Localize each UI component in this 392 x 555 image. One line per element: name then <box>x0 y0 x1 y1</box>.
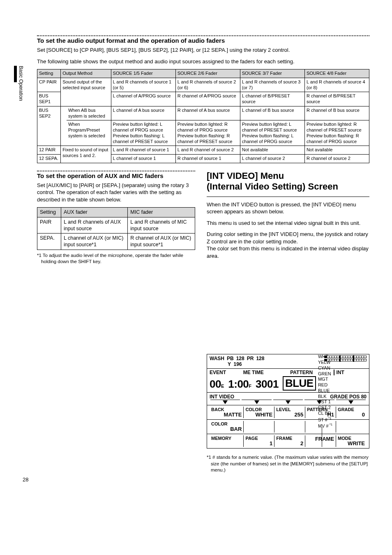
t1-r4-c3: Not available <box>240 146 304 155</box>
osd-cell: COLORBAR <box>210 421 243 432</box>
t1-r4-c4: Not available <box>304 146 369 155</box>
t1-r3-c3: L channel of B bus source <box>240 106 304 120</box>
section2-heading: To set the operation of AUX and MIC fade… <box>37 172 195 179</box>
t2-h1: Setting <box>37 208 61 217</box>
dotted-rule <box>37 35 369 36</box>
t1-r5-c4: R channel of source 2 <box>304 155 369 163</box>
t2-r2-m: R channel of AUX (or MIC) input source*1 <box>128 234 195 250</box>
t1-r3-c4: R channel of B bus source <box>304 106 369 120</box>
section3-title-line2: (Internal Video Setting) Screen <box>207 181 338 192</box>
osd-cell: GRADE0 <box>336 407 367 418</box>
t1-r5-c3: L channel of source 2 <box>240 155 304 163</box>
color-list-item: CST 1 <box>318 399 332 405</box>
t2-h2: AUX fader <box>61 208 128 217</box>
side-tab-marker <box>14 66 17 82</box>
section3-title-line1: [INT VIDEO] Menu <box>207 171 284 181</box>
color-list: WHTYELWCYANGRENMGTREDBLUEBLKCST 1CST 2CL… <box>318 354 332 429</box>
osd-cell: PAGE1 <box>243 435 274 447</box>
event-unit: E <box>221 384 224 388</box>
t2-r1-m: L and R channels of MIC input source <box>128 217 195 234</box>
osd-cell: MEMORY <box>210 435 243 447</box>
t1-r2-setting: BUS SEP1 <box>37 92 61 106</box>
t1-h-15: SOURCE 1/5 Fader <box>111 69 175 78</box>
t2-r1-s: PAIR <box>37 217 61 234</box>
t1-r4-out: Fixed to sound of input sources 1 and 2. <box>61 146 111 163</box>
section1-p1: Set [SOURCE] to [CP PAIR], [BUS SEP1], [… <box>37 46 369 54</box>
t2-h3: MIC fader <box>128 208 195 217</box>
t2-r2-s: SEPA. <box>37 234 61 250</box>
t1-r1-c2: L and R channels of source 2 (or 6) <box>175 78 240 92</box>
t2-r1-a: L and R channels of AUX input source <box>61 217 128 234</box>
osd-grid-row1: BACKMATTECOLORWHITELEVEL255PATTERNH1GRAD… <box>207 405 369 420</box>
section3-footnote: *1 # stands for a numeric value. (The ma… <box>207 454 369 474</box>
metime-label: ME TIME <box>243 370 290 375</box>
t1-r3-setting: BUS SEP2 <box>37 106 61 146</box>
t1-h-26: SOURCE 2/6 Fader <box>175 69 240 78</box>
color-list-item: GREN <box>318 371 332 377</box>
int-value: BLUE <box>283 376 316 391</box>
t1-h-37: SOURCE 3/7 Fader <box>240 69 304 78</box>
triangle-row <box>207 400 369 405</box>
section1-heading: To set the audio output format and the o… <box>37 37 369 44</box>
section3-p2: This menu is used to set the internal vi… <box>207 220 369 227</box>
t1-r4-c1: L and R channel of source 1 <box>111 146 175 155</box>
t1-h-output: Output Method <box>61 69 111 78</box>
t1-r3b-c3: Preview button lighted: L channel of PRE… <box>240 120 304 146</box>
osd-grid-row2: COLORBAR <box>207 420 369 434</box>
pattern-value: 3001 <box>256 378 279 391</box>
osd-cell: MODEWRITE <box>336 435 367 447</box>
t1-r3b-cond2: When Program/Preset system is selected <box>67 120 111 146</box>
pb-value: 128 <box>236 356 244 361</box>
pr-value: 128 <box>256 356 264 361</box>
gradepos-label: GRADE POS 80 <box>330 394 367 400</box>
osd-cell <box>243 421 274 432</box>
osd-cell: LEVEL255 <box>274 407 305 418</box>
section3-p1: When the INT VIDEO button is pressed, th… <box>207 201 369 215</box>
color-list-item: CL BR <box>318 411 332 416</box>
section1-p2: The following table shows the output met… <box>37 58 369 65</box>
t1-r2-c2: R channel of A/PROG source <box>175 92 240 106</box>
t1-r4-setting: 12 PAIR <box>37 146 61 155</box>
t2-r2-m-text: R channel of AUX (or MIC) input source*1 <box>130 235 191 247</box>
osd-cell: BACKMATTE <box>210 407 243 418</box>
section3-title: [INT VIDEO] Menu (Internal Video Setting… <box>207 171 369 192</box>
section3-rule <box>207 197 369 197</box>
dotted-rule-2 <box>37 171 195 171</box>
t1-r3b-c4: Preview button lighted: R channel of PRE… <box>304 120 369 146</box>
t1-r3-cond1: When AB bus system is selected <box>67 106 111 120</box>
color-list-item: YELW <box>318 360 332 365</box>
color-list-item: BLK <box>318 394 332 400</box>
t2-r2-a-text: L channel of AUX (or MIC) input source*1 <box>64 235 123 247</box>
t1-r1-c4: L and R channels of source 4 (or 8) <box>304 78 369 92</box>
t1-h-48: SOURCE 4/8 Fader <box>304 69 369 78</box>
color-list-item: CST 2 <box>318 405 332 411</box>
t1-r2-c3: L channel of B/PRESET source <box>240 92 304 106</box>
osd-cell <box>274 421 305 432</box>
t1-r1-c3: L and R channels of source 3 (or 7) <box>240 78 304 92</box>
osd-cell <box>336 421 367 432</box>
color-list-item: BLUE <box>318 388 332 394</box>
osd-diagram: WHTYELWCYANGRENMGTREDBLUEBLKCST 1CST 2CL… <box>207 354 369 449</box>
source-fader-table: Setting Output Method SOURCE 1/5 Fader S… <box>37 69 369 106</box>
page-number: 28 <box>23 476 28 483</box>
y-label: Y <box>228 361 231 367</box>
color-list-item: RED <box>318 382 332 388</box>
aux-mic-table: Setting AUX fader MIC fader PAIR L and R… <box>37 207 195 250</box>
t1-r2-c1: L channel of A/PROG source <box>111 92 175 106</box>
t1-h-setting: Setting <box>37 69 61 78</box>
t2-r2-a: L channel of AUX (or MIC) input source*1 <box>61 234 128 250</box>
t1-r5-c1: L channel of source 1 <box>111 155 175 163</box>
section2-footnote: *1 To adjust the audio level of the micr… <box>37 252 195 265</box>
osd-panel: WASH PB 128 PR 128 Y 196 <box>207 354 369 449</box>
t1-r3-c1: L channel of A bus source <box>111 106 175 120</box>
metime-value: 1:00 <box>228 378 249 390</box>
t1-r1-setting: CP PAIR <box>37 78 61 92</box>
t1-output-merged: Sound output of the selected input sourc… <box>61 78 111 106</box>
osd-cell: COLORWHITE <box>243 407 274 418</box>
side-tab-label: Basic Operation <box>18 66 24 101</box>
osd-grid-row3: MEMORYPAGE1FRAME2FRAMEMODEWRITE <box>207 434 369 448</box>
color-list-item: ST # *1 <box>318 416 332 423</box>
side-tab: Basic Operation <box>14 66 23 140</box>
pr-label: PR <box>247 356 254 361</box>
section2-p1: Set [AUX/MIC] to [PAIR] or [SEPA.] (sepa… <box>37 182 195 204</box>
